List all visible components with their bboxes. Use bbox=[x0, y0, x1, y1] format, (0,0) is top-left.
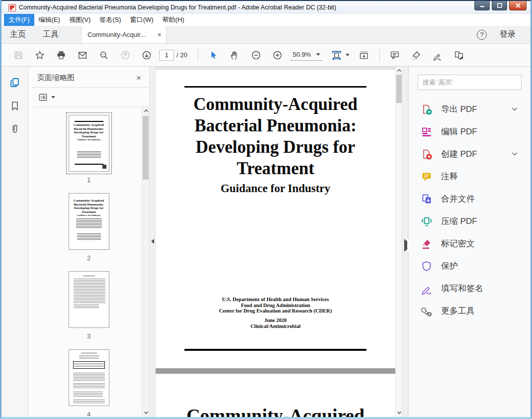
thumbnail-page-3[interactable]: 3 bbox=[59, 271, 119, 340]
tool-export-pdf[interactable]: 导出 PDF bbox=[409, 98, 531, 120]
menu-window[interactable]: 窗口(W) bbox=[126, 14, 158, 26]
page-number-input[interactable] bbox=[159, 50, 174, 61]
pdf-page-2[interactable]: Community-Acquired bbox=[156, 374, 395, 417]
acrobat-window: Community-Acquired Bacterial Pneumonia D… bbox=[0, 0, 532, 419]
tool-compress-pdf[interactable]: 压缩 PDF bbox=[409, 210, 531, 232]
panel-header: 页面缩略图 × bbox=[32, 67, 148, 88]
page1-bottom-rule bbox=[184, 349, 366, 351]
fill-sign-icon[interactable] bbox=[427, 46, 448, 64]
email-icon[interactable] bbox=[72, 46, 93, 64]
thumbnails-panel: 页面缩略图 × Community-Acquired Bacterial Pne… bbox=[28, 67, 149, 417]
tool-protect[interactable]: 保护 bbox=[409, 255, 531, 277]
page1-top-rule bbox=[184, 86, 366, 88]
page-thumbnails-icon[interactable] bbox=[9, 77, 21, 89]
star-icon[interactable] bbox=[29, 46, 50, 64]
thumbnail-1-page[interactable]: Community-Acquired Bacterial Pneumonia: … bbox=[69, 115, 109, 172]
page1-title: Community-Acquired Bacterial Pneumonia: … bbox=[156, 94, 395, 179]
chevron-down-icon bbox=[346, 54, 350, 56]
scroll-up-icon[interactable] bbox=[143, 108, 149, 114]
tab-bar: 主页 工具 Community-Acquir... × ? 登录 bbox=[1, 26, 531, 44]
help-icon[interactable]: ? bbox=[477, 30, 487, 40]
print-icon[interactable] bbox=[50, 46, 72, 64]
bookmarks-icon[interactable] bbox=[9, 101, 20, 111]
chevron-down-icon bbox=[511, 150, 519, 158]
tool-create-pdf[interactable]: 创建 PDF bbox=[409, 143, 531, 165]
toolbar: / 20 50.9% bbox=[1, 44, 531, 67]
tools-search-input[interactable] bbox=[418, 75, 522, 90]
left-panel-collapse[interactable] bbox=[149, 67, 156, 417]
tab-home[interactable]: 主页 bbox=[1, 26, 34, 43]
redact-icon bbox=[421, 238, 433, 250]
thumbnails-scrollbar[interactable] bbox=[142, 107, 149, 417]
zoom-level-dropdown[interactable]: 50.9% bbox=[290, 49, 323, 61]
tool-fill-sign[interactable]: 填写和签名 bbox=[409, 277, 531, 300]
hand-tool-icon[interactable] bbox=[224, 46, 246, 64]
menu-view[interactable]: 视图(V) bbox=[65, 14, 95, 26]
window-title: Community-Acquired Bacterial Pneumonia D… bbox=[19, 4, 337, 11]
select-tool-icon[interactable] bbox=[203, 46, 224, 64]
document-pane: Community-Acquired Bacterial Pneumonia: … bbox=[156, 67, 402, 417]
highlight-icon[interactable] bbox=[406, 46, 427, 64]
edit-pdf-icon bbox=[421, 126, 433, 138]
document-content[interactable]: Community-Acquired Bacterial Pneumonia: … bbox=[156, 67, 395, 417]
thumbnail-2-page[interactable]: Community-Acquired Bacterial Pneumonia: … bbox=[69, 193, 109, 250]
scrollbar-thumb[interactable] bbox=[143, 116, 149, 180]
zoom-out-icon[interactable] bbox=[246, 46, 267, 64]
scroll-down-icon[interactable] bbox=[396, 410, 402, 416]
thumbnail-options[interactable] bbox=[32, 88, 148, 107]
minimize-button[interactable] bbox=[474, 1, 490, 10]
signin-link[interactable]: 登录 bbox=[500, 29, 516, 40]
thumbnail-page-4[interactable]: 4 bbox=[59, 349, 119, 417]
organize-pages-icon[interactable] bbox=[448, 46, 470, 64]
tab-document[interactable]: Community-Acquir... × bbox=[81, 26, 167, 43]
menu-file[interactable]: 文件(F) bbox=[4, 14, 34, 26]
page1-subtitle: Guidance for Industry bbox=[156, 182, 395, 195]
thumb-title: Community-Acquired Bacterial Pneumonia: … bbox=[71, 123, 107, 138]
fit-width-dropdown[interactable] bbox=[327, 49, 354, 61]
scrollbar-thumb[interactable] bbox=[396, 75, 402, 103]
thumbnail-3-number: 3 bbox=[59, 332, 119, 340]
tool-redact[interactable]: 标记密文 bbox=[409, 232, 531, 255]
tool-more-tools[interactable]: 更多工具 bbox=[409, 300, 531, 322]
menu-sign[interactable]: 签名(S) bbox=[95, 14, 125, 26]
maximize-button[interactable] bbox=[492, 1, 507, 10]
tools-panel: 导出 PDF 编辑 PDF 创建 PDF 注释 合并文件 bbox=[408, 67, 531, 417]
zoom-in-icon[interactable] bbox=[267, 46, 288, 64]
close-button[interactable] bbox=[509, 1, 527, 10]
thumbnail-4-number: 4 bbox=[59, 411, 119, 417]
comment-icon bbox=[421, 171, 433, 183]
previous-page-icon[interactable] bbox=[114, 46, 136, 64]
zoom-level-value: 50.9% bbox=[293, 51, 311, 58]
create-pdf-icon bbox=[421, 148, 433, 160]
thumbnail-page-1[interactable]: Community-Acquired Bacterial Pneumonia: … bbox=[59, 115, 119, 184]
window-controls bbox=[474, 1, 527, 10]
menu-edit[interactable]: 编辑(E) bbox=[34, 14, 65, 26]
thumbnail-2-number: 2 bbox=[59, 254, 119, 262]
pdf-page-1[interactable]: Community-Acquired Bacterial Pneumonia: … bbox=[156, 70, 395, 368]
tool-edit-pdf[interactable]: 编辑 PDF bbox=[409, 120, 531, 143]
thumbnail-3-page[interactable] bbox=[69, 271, 109, 328]
tab-tools[interactable]: 工具 bbox=[34, 26, 67, 43]
scroll-up-icon[interactable] bbox=[396, 68, 402, 74]
find-icon[interactable] bbox=[93, 46, 114, 64]
next-page-icon[interactable] bbox=[136, 46, 157, 64]
panel-close-icon[interactable]: × bbox=[136, 74, 141, 82]
scroll-down-icon[interactable] bbox=[143, 410, 149, 416]
tool-combine-files[interactable]: 合并文件 bbox=[409, 188, 531, 210]
options-list-icon bbox=[38, 93, 48, 102]
menu-bar: 文件(F) 编辑(E) 视图(V) 签名(S) 窗口(W) 帮助(H) bbox=[1, 14, 531, 26]
menu-help[interactable]: 帮助(H) bbox=[158, 14, 189, 26]
fill-sign-icon bbox=[421, 283, 433, 295]
thumbnail-4-page[interactable] bbox=[69, 349, 109, 406]
attachments-icon[interactable] bbox=[9, 123, 20, 134]
right-panel-collapse[interactable] bbox=[402, 67, 408, 417]
save-icon[interactable] bbox=[7, 46, 29, 64]
page1-org-block: U.S. Department of Health and Human Serv… bbox=[156, 297, 395, 314]
tool-comment[interactable]: 注释 bbox=[409, 165, 531, 188]
thumbnail-1-number: 1 bbox=[59, 176, 119, 184]
thumbnail-page-2[interactable]: Community-Acquired Bacterial Pneumonia: … bbox=[59, 193, 119, 262]
reading-mode-icon[interactable] bbox=[354, 46, 375, 64]
tab-close-icon[interactable]: × bbox=[158, 31, 161, 38]
document-scrollbar[interactable] bbox=[395, 67, 402, 417]
comment-icon[interactable] bbox=[384, 46, 406, 64]
